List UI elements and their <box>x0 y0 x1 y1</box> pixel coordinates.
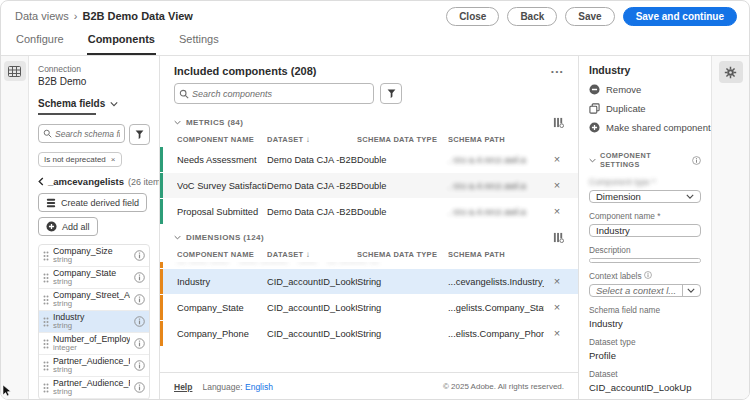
info-icon[interactable] <box>692 156 701 165</box>
drag-handle-icon[interactable] <box>43 317 49 327</box>
info-icon[interactable] <box>134 382 145 393</box>
metric-schema-path-redacted: . rzo a.4.nrcz.awl.a <box>448 181 544 191</box>
column-settings-icon[interactable] <box>553 117 564 128</box>
dimension-row[interactable]: Company_Phone CID_accountID_LookUp Strin… <box>160 321 578 346</box>
info-icon[interactable] <box>134 272 145 283</box>
language-link[interactable]: English <box>245 382 273 392</box>
schema-search-input[interactable] <box>55 129 120 139</box>
remove-component-icon[interactable]: × <box>544 154 570 165</box>
column-header-schema-data-type[interactable]: SCHEMA DATA TYPE <box>357 135 448 144</box>
mouse-cursor <box>2 383 12 400</box>
chevron-down-icon <box>174 120 181 125</box>
tab-configure[interactable]: Configure <box>15 31 65 55</box>
column-settings-icon[interactable] <box>553 232 564 243</box>
schema-filter-button[interactable] <box>129 124 150 145</box>
description-textarea[interactable] <box>589 258 701 263</box>
create-derived-field-button[interactable]: Create derived field <box>38 193 147 212</box>
top-bar: Data views › B2B Demo Data View Close Ba… <box>1 1 749 31</box>
info-icon[interactable] <box>644 271 652 279</box>
add-all-label: Add all <box>62 222 90 232</box>
component-name-input[interactable] <box>589 224 701 237</box>
field-text: Number_of_Employees integer <box>53 334 130 353</box>
metric-data-type: Double <box>357 207 448 217</box>
schema-field-item[interactable]: Number_of_Employees integer <box>39 333 149 355</box>
metric-row[interactable]: VoC Survey Satisfactio... Demo Data CJA … <box>160 173 578 198</box>
column-header-component-name[interactable]: COMPONENT NAME <box>177 250 267 259</box>
filter-chip-not-deprecated[interactable]: Is not deprecated × <box>38 152 122 167</box>
info-icon[interactable] <box>134 360 145 371</box>
breadcrumb-root[interactable]: Data views <box>15 10 69 22</box>
chevron-down-icon <box>682 191 698 202</box>
context-labels-select[interactable]: Select a context l... <box>589 284 701 297</box>
components-filter-button[interactable] <box>380 83 402 104</box>
more-actions-icon[interactable]: ••• <box>551 67 564 76</box>
column-header-schema-path[interactable]: SCHEMA PATH <box>448 135 544 144</box>
schema-field-item-industry[interactable]: Industry string <box>39 311 149 333</box>
column-header-dataset[interactable]: DATASET ↓ <box>267 135 357 144</box>
included-components-header: Included components (208) ••• <box>160 56 578 81</box>
dimension-row-industry[interactable]: Industry CID_accountID_LookUp String ...… <box>160 269 578 294</box>
component-settings-section-header[interactable]: COMPONENT SETTINGS <box>589 151 701 169</box>
column-header-component-name[interactable]: COMPONENT NAME <box>177 135 267 144</box>
drag-handle-icon[interactable] <box>43 361 49 371</box>
drag-handle-icon[interactable] <box>43 295 49 305</box>
metrics-section-header[interactable]: METRICS (84) <box>160 112 578 131</box>
tab-components[interactable]: Components <box>87 31 156 55</box>
drag-handle-icon[interactable] <box>43 339 49 349</box>
column-header-schema-path[interactable]: SCHEMA PATH <box>448 250 544 259</box>
schema-field-item[interactable]: Partner_Audience_Ha... string <box>39 355 149 377</box>
add-all-button[interactable]: Add all <box>38 217 98 236</box>
dimension-name: Company_Phone <box>177 329 267 339</box>
drag-handle-icon[interactable] <box>43 251 49 261</box>
info-icon[interactable] <box>134 250 145 261</box>
remove-component-icon[interactable]: × <box>544 180 570 191</box>
component-name-label: Component name * <box>589 211 701 221</box>
field-text: Partner_Audience_Ra... string <box>53 378 130 397</box>
dimensions-section-header[interactable]: DIMENSIONS (124) <box>160 227 578 246</box>
schema-field-item[interactable]: Company_Street_Add... string <box>39 289 149 311</box>
save-button[interactable]: Save <box>565 7 614 26</box>
component-type-select[interactable]: Dimension <box>589 190 701 203</box>
info-icon[interactable] <box>134 338 145 349</box>
connection-label: Connection <box>38 64 150 74</box>
remove-action[interactable]: Remove <box>589 84 701 95</box>
footer: Help Language: English © 2025 Adobe. All… <box>160 372 578 400</box>
dimension-row[interactable]: Company_State CID_accountID_LookUp Strin… <box>160 295 578 320</box>
remove-component-icon[interactable]: × <box>544 206 570 217</box>
components-search-input[interactable] <box>192 89 369 99</box>
drag-handle-icon[interactable] <box>43 273 49 283</box>
schema-panel-toggle-button[interactable] <box>4 61 26 81</box>
column-header-dataset[interactable]: DATASET ↓ <box>267 250 357 259</box>
info-icon[interactable] <box>134 294 145 305</box>
help-link[interactable]: Help <box>174 382 192 392</box>
metric-data-type: Double <box>357 181 448 191</box>
dimensions-table-header: COMPONENT NAME DATASET ↓ SCHEMA DATA TYP… <box>160 246 578 262</box>
remove-component-icon[interactable]: × <box>544 302 570 313</box>
info-icon[interactable] <box>134 316 145 327</box>
tab-settings[interactable]: Settings <box>178 31 220 55</box>
schema-field-name-label: Schema field name <box>589 305 701 315</box>
table-grid-icon <box>8 66 21 77</box>
schema-field-item[interactable]: Partner_Audience_Ra... string <box>39 377 149 399</box>
column-header-schema-data-type[interactable]: SCHEMA DATA TYPE <box>357 250 448 259</box>
schema-group-breadcrumb[interactable]: _amcevangelists (26 items) <box>38 176 150 187</box>
close-button[interactable]: Close <box>446 7 499 26</box>
remove-component-icon[interactable]: × <box>544 276 570 287</box>
save-and-continue-button[interactable]: Save and continue <box>623 7 737 26</box>
metric-row[interactable]: Needs Assessment Demo Data CJA -B2B ... … <box>160 147 578 172</box>
chip-close-icon[interactable]: × <box>111 155 116 164</box>
schema-fields-panel: Connection B2B Demo Schema fields <box>29 56 160 400</box>
schema-fields-dropdown[interactable]: Schema fields <box>38 98 150 109</box>
schema-field-item[interactable]: Company_State string <box>39 267 149 289</box>
duplicate-action[interactable]: Duplicate <box>589 103 701 114</box>
settings-panel-toggle-button[interactable] <box>719 61 743 83</box>
drag-handle-icon[interactable] <box>43 383 49 393</box>
breadcrumb: Data views › B2B Demo Data View <box>15 10 193 22</box>
make-shared-component-action[interactable]: Make shared component <box>589 122 701 133</box>
schema-field-item[interactable]: Company_Size string <box>39 245 149 267</box>
back-button[interactable]: Back <box>507 7 557 26</box>
remove-component-icon[interactable]: × <box>544 328 570 339</box>
metric-schema-path-redacted: . rzo a.4.nrcz.awl.a <box>448 207 544 217</box>
dataset-type-value: Profile <box>589 350 701 361</box>
metric-row[interactable]: Proposal Submitted Demo Data CJA -B2B ..… <box>160 199 578 224</box>
